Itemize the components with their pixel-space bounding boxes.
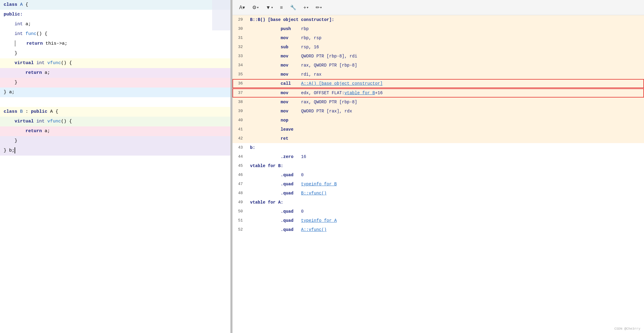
asm-line-32: 32 sub rsp, 16 <box>232 43 644 52</box>
asm-instruction: B::B() [base object constructor]: <box>248 15 644 24</box>
asm-instruction: push rbp <box>248 24 644 33</box>
line-number: 29 <box>232 15 248 24</box>
asm-instruction: mov QWORD PTR [rax], rdx <box>248 107 644 116</box>
code-line: return a; <box>0 126 230 136</box>
line-number: 44 <box>232 152 248 161</box>
line-number: 47 <box>232 180 248 189</box>
asm-instruction: .quad typeinfo for B <box>248 180 644 189</box>
settings-button[interactable]: ⚙ ▾ <box>250 3 260 12</box>
code-line: } <box>0 136 230 146</box>
asm-line-39: 39 mov QWORD PTR [rax], rdx <box>232 107 644 116</box>
asm-line-52: 52 .quad A::vfunc() <box>232 225 644 234</box>
code-line: virtual int vfunc() { <box>0 117 230 126</box>
asm-instruction: vtable for B: <box>248 161 644 170</box>
asm-line-43: 43 b: <box>232 143 644 152</box>
line-number: 43 <box>232 143 248 152</box>
line-number: 36 <box>232 79 248 88</box>
asm-line-41: 41 leave <box>232 125 644 134</box>
line-number: 42 <box>232 134 248 143</box>
code-line: } <box>0 78 230 88</box>
asm-instruction: vtable for A: <box>248 198 644 207</box>
asm-line-48: 48 .quad B::vfunc() <box>232 189 644 198</box>
asm-instruction: mov rax, QWORD PTR [rbp-8] <box>248 61 644 70</box>
code-line: return this->a; <box>0 39 230 49</box>
doc-button[interactable]: ≡ <box>278 4 285 12</box>
asm-line-35: 35 mov rdi, rax <box>232 70 644 79</box>
asm-line-50: 50 .quad 0 <box>232 207 644 216</box>
asm-line-38: 38 mov rax, QWORD PTR [rbp-8] <box>232 98 644 107</box>
asm-instruction: mov rdi, rax <box>248 70 644 79</box>
copyright: CSDN @Che3rry <box>614 327 640 331</box>
line-number: 38 <box>232 98 248 107</box>
asm-instruction: .quad typeinfo for A <box>248 216 644 225</box>
asm-line-42: 42 ret <box>232 134 644 143</box>
line-number: 33 <box>232 52 248 61</box>
asm-line-34: 34 mov rax, QWORD PTR [rbp-8] <box>232 61 644 70</box>
asm-instruction: .quad 0 <box>248 170 644 180</box>
plus-button[interactable]: + ▾ <box>302 4 310 12</box>
asm-line-33: 33 mov QWORD PTR [rbp-8], rdi <box>232 52 644 61</box>
line-number: 34 <box>232 61 248 70</box>
asm-line-30: 30 push rbp <box>232 24 644 33</box>
plus-chevron: ▾ <box>307 6 308 9</box>
settings-chevron: ▾ <box>257 6 259 9</box>
line-number: 35 <box>232 70 248 79</box>
asm-line-45: 45 vtable for B: <box>232 161 644 170</box>
asm-instruction: leave <box>248 125 644 134</box>
asm-instruction: .zero 16 <box>248 152 644 161</box>
line-number: 31 <box>232 33 248 43</box>
line-number: 37 <box>232 88 248 98</box>
asm-instruction: b: <box>248 143 644 152</box>
asm-line-29: 29 B::B() [base object constructor]: <box>232 15 644 24</box>
code-line: public: <box>0 10 230 19</box>
font-button[interactable]: A▾ <box>237 3 247 12</box>
doc-icon: ≡ <box>280 5 283 10</box>
line-number: 41 <box>232 125 248 134</box>
line-number: 30 <box>232 24 248 33</box>
brush-button[interactable]: ✏ ▾ <box>314 3 324 12</box>
code-line: int func() { <box>0 29 230 39</box>
line-number: 45 <box>232 161 248 170</box>
filter-button[interactable]: ▼ ▾ <box>264 4 275 12</box>
line-number: 49 <box>232 198 248 207</box>
asm-instruction: call A::A()_[base_object_constructor] <box>248 79 644 88</box>
code-line: class B : public A { <box>0 107 230 117</box>
line-number: 39 <box>232 107 248 116</box>
code-line: class A { <box>0 0 230 10</box>
asm-line-40: 40 nop <box>232 116 644 125</box>
right-panel: A▾ ⚙ ▾ ▼ ▾ ≡ 🔧 + ▾ ✏ ▾ 29 B::B() [base o… <box>232 0 644 333</box>
asm-instruction: ret <box>248 134 644 143</box>
minimap <box>212 0 230 30</box>
line-number: 52 <box>232 225 248 234</box>
code-line: } <box>0 49 230 58</box>
asm-instruction: mov rbp, rsp <box>248 33 644 43</box>
brush-icon: ✏ <box>316 5 320 10</box>
asm-line-47: 47 .quad typeinfo for B <box>232 180 644 189</box>
left-panel: class A { public: int a; int func() { re… <box>0 0 231 333</box>
asm-instruction: .quad A::vfunc() <box>248 225 644 234</box>
code-line: } b; <box>0 146 230 156</box>
line-number: 46 <box>232 170 248 180</box>
asm-line-44: 44 .zero 16 <box>232 152 644 161</box>
asm-line-49: 49 vtable for A: <box>232 198 644 207</box>
wrench-button[interactable]: 🔧 <box>288 3 298 12</box>
settings-icon: ⚙ <box>252 5 256 10</box>
asm-line-31: 31 mov rbp, rsp <box>232 33 644 43</box>
plus-icon: + <box>303 5 306 10</box>
code-line: int a; <box>0 19 230 29</box>
asm-instruction: .quad 0 <box>248 207 644 216</box>
asm-instruction: sub rsp, 16 <box>248 43 644 52</box>
font-label: A▾ <box>239 5 245 10</box>
code-line: virtual int vfunc() { <box>0 58 230 68</box>
code-line: return a; <box>0 68 230 78</box>
code-line <box>0 97 230 107</box>
toolbar: A▾ ⚙ ▾ ▼ ▾ ≡ 🔧 + ▾ ✏ ▾ <box>232 0 644 15</box>
line-number: 48 <box>232 189 248 198</box>
line-number: 40 <box>232 116 248 125</box>
filter-icon: ▼ <box>266 5 271 10</box>
brush-chevron: ▾ <box>320 6 322 9</box>
code-line: } a; <box>0 88 230 97</box>
line-number: 51 <box>232 216 248 225</box>
assembly-content[interactable]: 29 B::B() [base object constructor]: 30 … <box>232 15 644 333</box>
asm-instruction: mov rax, QWORD PTR [rbp-8] <box>248 98 644 107</box>
